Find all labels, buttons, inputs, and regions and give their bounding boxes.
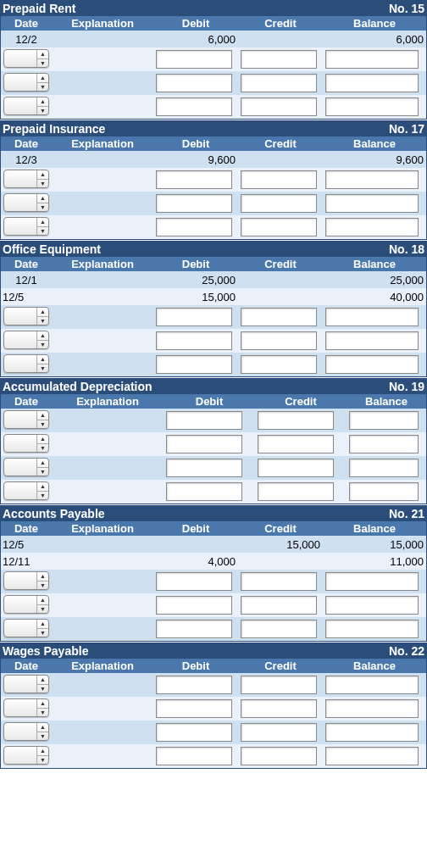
- balance-input[interactable]: [325, 572, 419, 591]
- debit-input[interactable]: [156, 676, 232, 694]
- debit-input[interactable]: [166, 435, 242, 453]
- stepper-down-icon[interactable]: ▼: [37, 605, 48, 614]
- stepper-down-icon[interactable]: ▼: [37, 317, 48, 326]
- stepper-down-icon[interactable]: ▼: [37, 180, 48, 188]
- credit-input[interactable]: [241, 747, 317, 765]
- stepper-up-icon[interactable]: ▲: [37, 74, 48, 83]
- balance-input[interactable]: [349, 435, 419, 453]
- date-stepper[interactable]: ▲▼: [3, 595, 49, 614]
- stepper-down-icon[interactable]: ▼: [37, 420, 48, 429]
- stepper-up-icon[interactable]: ▲: [37, 723, 48, 732]
- credit-input[interactable]: [241, 355, 317, 374]
- balance-input[interactable]: [325, 308, 419, 326]
- stepper-down-icon[interactable]: ▼: [37, 732, 48, 741]
- credit-input[interactable]: [241, 676, 317, 694]
- credit-input[interactable]: [241, 331, 317, 350]
- stepper-up-icon[interactable]: ▲: [37, 699, 48, 709]
- date-stepper[interactable]: ▲▼: [3, 49, 49, 68]
- balance-input[interactable]: [325, 50, 419, 69]
- debit-input[interactable]: [156, 747, 232, 765]
- stepper-down-icon[interactable]: ▼: [37, 581, 48, 590]
- debit-input[interactable]: [156, 97, 232, 116]
- date-stepper[interactable]: ▲▼: [3, 571, 49, 590]
- date-stepper[interactable]: ▲▼: [3, 307, 49, 326]
- stepper-up-icon[interactable]: ▲: [37, 194, 48, 203]
- date-stepper[interactable]: ▲▼: [3, 354, 49, 373]
- stepper-up-icon[interactable]: ▲: [37, 50, 48, 59]
- debit-input[interactable]: [166, 411, 242, 430]
- debit-input[interactable]: [156, 218, 232, 236]
- balance-input[interactable]: [325, 676, 419, 694]
- credit-input[interactable]: [241, 572, 317, 591]
- stepper-down-icon[interactable]: ▼: [37, 107, 48, 115]
- stepper-down-icon[interactable]: ▼: [37, 629, 48, 637]
- debit-input[interactable]: [156, 308, 232, 326]
- balance-input[interactable]: [325, 74, 419, 92]
- debit-input[interactable]: [166, 459, 242, 477]
- debit-input[interactable]: [156, 572, 232, 591]
- credit-input[interactable]: [258, 435, 334, 453]
- credit-input[interactable]: [258, 482, 334, 501]
- debit-input[interactable]: [156, 170, 232, 189]
- stepper-down-icon[interactable]: ▼: [37, 444, 48, 453]
- balance-input[interactable]: [325, 596, 419, 615]
- stepper-down-icon[interactable]: ▼: [37, 83, 48, 92]
- credit-input[interactable]: [241, 723, 317, 742]
- stepper-down-icon[interactable]: ▼: [37, 341, 48, 349]
- balance-input[interactable]: [325, 620, 419, 638]
- balance-input[interactable]: [325, 194, 419, 213]
- balance-input[interactable]: [325, 331, 419, 350]
- date-stepper[interactable]: ▲▼: [3, 746, 49, 765]
- debit-input[interactable]: [156, 596, 232, 615]
- balance-input[interactable]: [325, 170, 419, 189]
- stepper-up-icon[interactable]: ▲: [37, 459, 48, 468]
- balance-input[interactable]: [325, 723, 419, 742]
- balance-input[interactable]: [325, 355, 419, 374]
- date-stepper[interactable]: ▲▼: [3, 97, 49, 115]
- date-stepper[interactable]: ▲▼: [3, 434, 49, 453]
- date-stepper[interactable]: ▲▼: [3, 410, 49, 429]
- debit-input[interactable]: [156, 331, 232, 350]
- stepper-up-icon[interactable]: ▲: [37, 218, 48, 227]
- stepper-down-icon[interactable]: ▼: [37, 227, 48, 236]
- date-stepper[interactable]: ▲▼: [3, 698, 49, 717]
- date-stepper[interactable]: ▲▼: [3, 675, 49, 693]
- stepper-up-icon[interactable]: ▲: [37, 411, 48, 420]
- credit-input[interactable]: [258, 459, 334, 477]
- stepper-up-icon[interactable]: ▲: [37, 676, 48, 685]
- date-stepper[interactable]: ▲▼: [3, 73, 49, 92]
- stepper-down-icon[interactable]: ▼: [37, 364, 48, 373]
- credit-input[interactable]: [241, 699, 317, 718]
- date-stepper[interactable]: ▲▼: [3, 619, 49, 637]
- credit-input[interactable]: [241, 620, 317, 638]
- credit-input[interactable]: [258, 411, 334, 430]
- balance-input[interactable]: [325, 97, 419, 116]
- stepper-up-icon[interactable]: ▲: [37, 308, 48, 317]
- date-stepper[interactable]: ▲▼: [3, 170, 49, 188]
- balance-input[interactable]: [349, 411, 419, 430]
- debit-input[interactable]: [156, 194, 232, 213]
- stepper-down-icon[interactable]: ▼: [37, 203, 48, 212]
- date-stepper[interactable]: ▲▼: [3, 458, 49, 476]
- balance-input[interactable]: [325, 218, 419, 236]
- stepper-up-icon[interactable]: ▲: [37, 596, 48, 605]
- stepper-up-icon[interactable]: ▲: [37, 355, 48, 364]
- date-stepper[interactable]: ▲▼: [3, 193, 49, 212]
- balance-input[interactable]: [325, 747, 419, 765]
- credit-input[interactable]: [241, 74, 317, 92]
- stepper-up-icon[interactable]: ▲: [37, 482, 48, 492]
- stepper-down-icon[interactable]: ▼: [37, 709, 48, 717]
- credit-input[interactable]: [241, 97, 317, 116]
- stepper-up-icon[interactable]: ▲: [37, 620, 48, 629]
- stepper-down-icon[interactable]: ▼: [37, 685, 48, 693]
- date-stepper[interactable]: ▲▼: [3, 217, 49, 236]
- debit-input[interactable]: [156, 620, 232, 638]
- debit-input[interactable]: [156, 74, 232, 92]
- stepper-down-icon[interactable]: ▼: [37, 756, 48, 765]
- debit-input[interactable]: [156, 355, 232, 374]
- debit-input[interactable]: [156, 723, 232, 742]
- credit-input[interactable]: [241, 50, 317, 69]
- stepper-down-icon[interactable]: ▼: [37, 492, 48, 500]
- stepper-up-icon[interactable]: ▲: [37, 97, 48, 107]
- stepper-down-icon[interactable]: ▼: [37, 468, 48, 476]
